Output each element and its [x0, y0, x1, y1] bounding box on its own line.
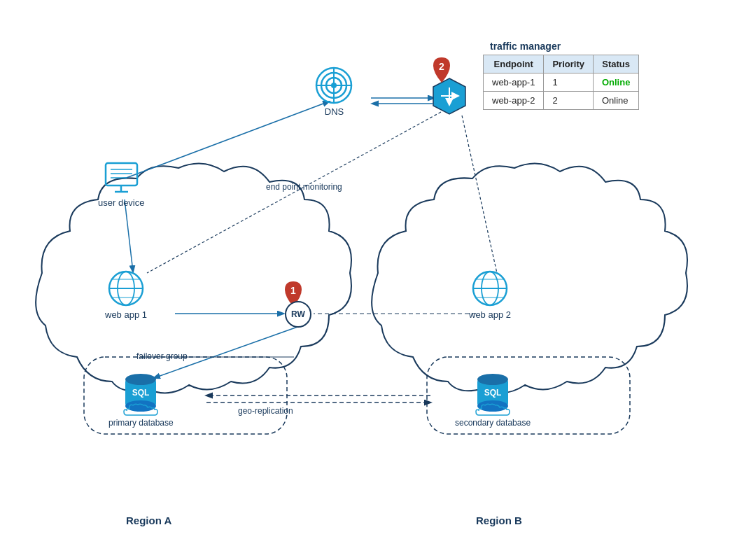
- dns-icon: DNS: [315, 66, 353, 115]
- primary-sql-icon: SQL primary database: [108, 371, 174, 426]
- region-b-label: Region B: [476, 514, 522, 526]
- priority-1: 1: [544, 74, 594, 92]
- region-a-label: Region A: [126, 514, 171, 526]
- svg-text:SQL: SQL: [484, 388, 502, 398]
- status-2: Online: [593, 92, 638, 110]
- col-status: Status: [593, 55, 638, 74]
- endpoint-1: web-app-1: [484, 74, 544, 92]
- priority-2: 2: [544, 92, 594, 110]
- svg-line-7: [125, 200, 133, 272]
- web-app-1-icon: web app 1: [105, 270, 147, 318]
- table-row: web-app-2 2 Online: [484, 92, 639, 110]
- svg-text:2: 2: [439, 61, 444, 72]
- svg-line-5: [147, 112, 441, 273]
- user-device-icon: user device: [98, 161, 144, 206]
- endpoint-monitoring-label: end point monitoring: [266, 182, 342, 192]
- svg-point-42: [125, 374, 156, 385]
- svg-text:1: 1: [290, 285, 296, 296]
- endpoint-2: web-app-2: [484, 92, 544, 110]
- table-row: web-app-1 1 Online: [484, 74, 639, 92]
- badge-2: 2: [430, 56, 453, 87]
- diagram: DNS 2 traffic manager Endpoint P: [0, 0, 744, 560]
- traffic-manager-title: traffic manager: [490, 41, 561, 52]
- svg-rect-24: [106, 163, 137, 186]
- svg-point-46: [477, 374, 508, 385]
- rw-circle: RW: [285, 301, 311, 328]
- status-1: Online: [593, 74, 638, 92]
- svg-line-6: [462, 115, 497, 273]
- svg-line-2: [125, 102, 329, 178]
- failover-label: failover group: [136, 351, 188, 361]
- svg-text:SQL: SQL: [132, 388, 150, 398]
- secondary-sql-icon: SQL secondary database: [455, 371, 531, 426]
- web-app-2-icon: web app 2: [469, 270, 511, 318]
- col-priority: Priority: [544, 55, 594, 74]
- geo-replication-label: geo-replication: [238, 406, 293, 416]
- traffic-manager-table: Endpoint Priority Status web-app-1 1 Onl…: [483, 55, 639, 110]
- col-endpoint: Endpoint: [484, 55, 544, 74]
